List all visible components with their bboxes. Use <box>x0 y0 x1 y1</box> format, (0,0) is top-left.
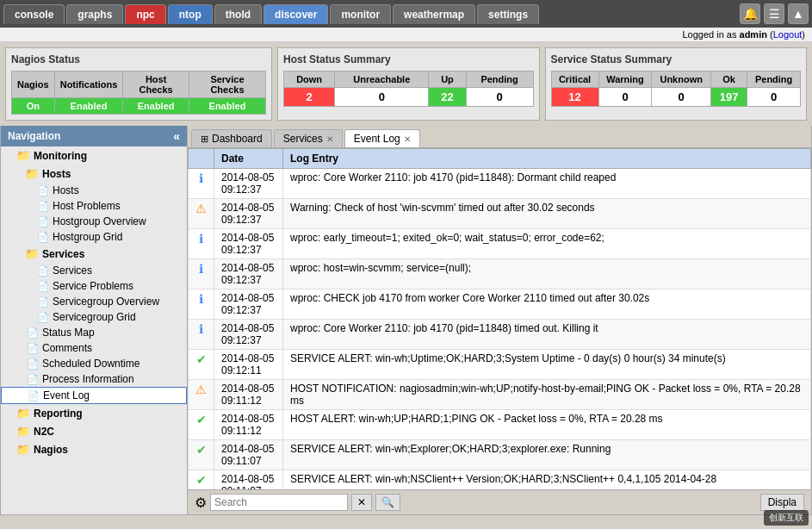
table-row: ℹ 2014-08-05 09:12:37 wproc: CHECK job 4… <box>189 289 811 320</box>
tab-services-close[interactable]: ✕ <box>326 134 333 144</box>
ok-icon: ✔ <box>196 473 207 487</box>
folder-icon: 📁 <box>25 247 39 260</box>
nagios-val-nagios: On <box>12 98 55 115</box>
sidebar-label-hostgroup-overview: Hostgroup Overview <box>53 215 146 227</box>
sidebar-item-n2c[interactable]: 📁 N2C <box>1 422 187 440</box>
row-date: 2014-08-05 09:12:37 <box>214 169 283 199</box>
nav-tab-ntop[interactable]: ntop <box>168 4 213 24</box>
row-entry: Warning: Check of host 'win-scvmm' timed… <box>283 199 811 229</box>
tab-event-log-label: Event Log <box>354 133 400 145</box>
row-date: 2014-08-05 09:12:37 <box>214 259 283 289</box>
sidebar-item-nagios[interactable]: 📁 Nagios <box>1 440 187 458</box>
bell-icon[interactable]: 🔔 <box>740 3 760 24</box>
chart-icon[interactable]: ▲ <box>788 3 809 24</box>
nav-tab-settings[interactable]: settings <box>477 4 539 24</box>
sidebar-item-status-map[interactable]: 📄 Status Map <box>1 325 187 340</box>
table-row: ✔ 2014-08-05 09:11:12 HOST ALERT: win-wh… <box>189 410 811 440</box>
tab-event-log-close[interactable]: ✕ <box>404 134 411 144</box>
sidebar-label-service-problems: Service Problems <box>53 280 133 292</box>
row-date: 2014-08-05 09:11:12 <box>214 410 283 440</box>
info-icon: ℹ <box>199 292 203 306</box>
nagios-status-table: Nagios Notifications Host Checks Service… <box>11 71 266 115</box>
nav-tab-console[interactable]: console <box>3 4 65 24</box>
nav-tab-weathermap[interactable]: weathermap <box>393 4 475 24</box>
logout-link[interactable]: Logout <box>773 29 803 40</box>
row-date: 2014-08-05 09:12:11 <box>214 350 283 380</box>
sidebar-item-hostgroup-grid[interactable]: 📄 Hostgroup Grid <box>1 229 187 245</box>
nav-tab-thold[interactable]: thold <box>214 4 262 24</box>
sidebar-item-comments[interactable]: 📄 Comments <box>1 340 187 356</box>
nav-tab-monitor[interactable]: monitor <box>330 4 391 24</box>
sidebar-item-hostgroup-overview[interactable]: 📄 Hostgroup Overview <box>1 214 187 229</box>
tab-dashboard[interactable]: ⊞ Dashboard <box>191 129 272 147</box>
sidebar-item-event-log[interactable]: 📄 Event Log <box>1 387 187 404</box>
search-input[interactable] <box>210 494 348 511</box>
service-val-critical[interactable]: 12 <box>551 88 598 107</box>
table-row: ℹ 2014-08-05 09:12:37 wproc: Core Worker… <box>189 169 811 199</box>
row-icon: ⚠ <box>189 199 214 229</box>
ok-icon: ✔ <box>196 443 207 457</box>
service-status-table: Critical Warning Unknown Ok Pending 12 0… <box>551 71 802 107</box>
folder-icon: 📁 <box>16 425 30 438</box>
row-date: 2014-08-05 09:11:07 <box>214 440 283 470</box>
search-button[interactable]: 🔍 <box>375 494 400 511</box>
nav-tab-discover[interactable]: discover <box>263 4 328 24</box>
sidebar-label-reporting: Reporting <box>34 408 83 420</box>
table-row: ℹ 2014-08-05 09:12:37 wproc: Core Worker… <box>189 320 811 350</box>
sidebar-item-reporting[interactable]: 📁 Reporting <box>1 404 187 422</box>
host-val-unreachable[interactable]: 0 <box>335 88 429 107</box>
sidebar-item-hosts-section[interactable]: 📁 Hosts <box>1 165 187 183</box>
nagios-col-hostchecks: Host Checks <box>123 72 189 98</box>
host-val-pending[interactable]: 0 <box>466 88 533 107</box>
table-row: ⚠ 2014-08-05 09:11:12 HOST NOTIFICATION:… <box>189 380 811 410</box>
info-icon: ℹ <box>199 262 203 276</box>
doc-icon: 📄 <box>27 327 39 339</box>
nav-tab-npc[interactable]: npc <box>125 4 165 24</box>
menu-icon[interactable]: ☰ <box>764 3 784 24</box>
sidebar-item-servicegroup-grid[interactable]: 📄 Servicegroup Grid <box>1 309 187 325</box>
table-row: ✔ 2014-08-05 09:12:11 SERVICE ALERT: win… <box>189 350 811 380</box>
sidebar-item-hosts[interactable]: 📄 Hosts <box>1 183 187 198</box>
sidebar-collapse-button[interactable]: « <box>173 129 180 143</box>
sidebar-label-n2c: N2C <box>34 426 54 438</box>
host-val-down[interactable]: 2 <box>284 88 335 107</box>
sidebar-item-scheduled-downtime[interactable]: 📄 Scheduled Downtime <box>1 356 187 371</box>
row-date: 2014-08-05 09:12:37 <box>214 229 283 259</box>
sidebar-item-service-problems[interactable]: 📄 Service Problems <box>1 278 187 294</box>
row-entry: SERVICE ALERT: win-wh;Explorer;OK;HARD;3… <box>283 440 811 470</box>
ok-icon: ✔ <box>196 413 207 426</box>
table-row: ℹ 2014-08-05 09:12:37 wproc: early_timeo… <box>189 229 811 259</box>
display-button[interactable]: Displa <box>760 494 804 511</box>
service-col-unknown: Unknown <box>652 72 710 88</box>
nav-tab-graphs[interactable]: graphs <box>66 4 123 24</box>
search-clear-button[interactable]: ✕ <box>351 494 372 511</box>
sidebar-item-services-section[interactable]: 📁 Services <box>1 245 187 263</box>
service-val-pending[interactable]: 0 <box>747 88 801 107</box>
sidebar-label-nagios: Nagios <box>34 444 68 456</box>
folder-icon: 📁 <box>16 443 30 456</box>
service-val-ok[interactable]: 197 <box>710 88 747 107</box>
tab-services[interactable]: Services ✕ <box>274 129 343 147</box>
tab-dashboard-label: Dashboard <box>212 133 263 145</box>
row-date: 2014-08-05 09:12:37 <box>214 289 283 320</box>
row-entry: HOST NOTIFICATION: nagiosadmin;win-wh;UP… <box>283 380 811 410</box>
service-val-warning[interactable]: 0 <box>598 88 652 107</box>
tab-services-label: Services <box>283 133 323 145</box>
folder-icon: 📁 <box>25 167 39 180</box>
sidebar-item-servicegroup-overview[interactable]: 📄 Servicegroup Overview <box>1 294 187 309</box>
service-val-unknown[interactable]: 0 <box>652 88 710 107</box>
content-panel: ⊞ Dashboard Services ✕ Event Log ✕ Date … <box>188 126 812 515</box>
sidebar-item-process-info[interactable]: 📄 Process Information <box>1 371 187 387</box>
sidebar-item-monitoring[interactable]: 📁 Monitoring <box>1 146 187 165</box>
sidebar-item-host-problems[interactable]: 📄 Host Problems <box>1 198 187 214</box>
row-entry: wproc: early_timeout=1; exited_ok=0; wai… <box>283 229 811 259</box>
search-bar: ⚙ ✕ 🔍 Displa <box>188 489 811 514</box>
watermark: 创新互联 <box>764 510 809 526</box>
tab-event-log[interactable]: Event Log ✕ <box>344 129 420 147</box>
service-status-panel: Service Status Summary Critical Warning … <box>545 47 808 121</box>
sidebar: Navigation « 📁 Monitoring 📁 Hosts 📄 Host… <box>0 126 188 515</box>
host-val-up[interactable]: 22 <box>429 88 466 107</box>
sidebar-item-services[interactable]: 📄 Services <box>1 263 187 278</box>
doc-icon: 📄 <box>37 185 49 196</box>
sidebar-label-monitoring: Monitoring <box>34 150 87 162</box>
